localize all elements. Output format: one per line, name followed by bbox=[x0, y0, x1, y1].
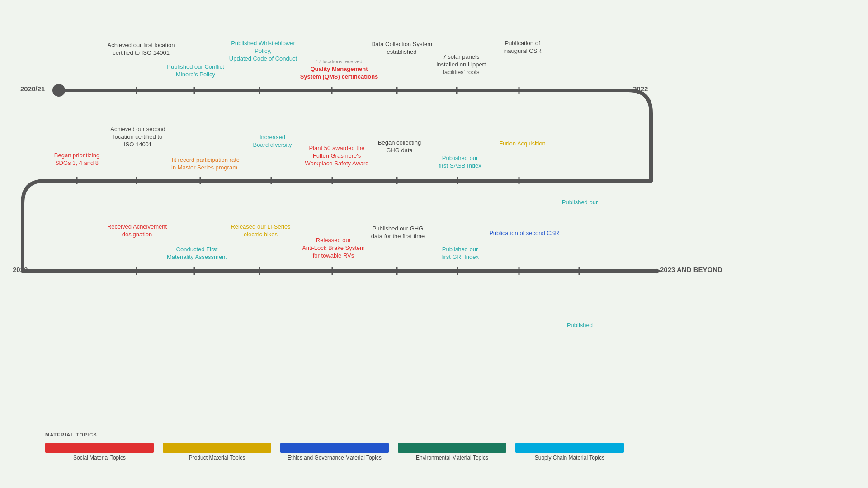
legend-item-product: Product Material Topics bbox=[163, 443, 271, 461]
year-start: 2020/21 bbox=[20, 85, 45, 93]
label-r1a6: 7 solar panelsinstalled on Lippertfacili… bbox=[423, 53, 500, 76]
legend-label-env: Environmental Material Topics bbox=[416, 455, 488, 461]
label-r1b3: Hit record participation ratein Master S… bbox=[161, 156, 247, 172]
legend-label-product: Product Material Topics bbox=[189, 455, 245, 461]
label-r1a2: Published our ConflictMinera's Policy bbox=[163, 63, 228, 79]
label-r2a8: Published bbox=[547, 322, 613, 329]
label-r2a7: Publication of second CSR bbox=[485, 230, 564, 237]
legend-item-env: Environmental Material Topics bbox=[398, 443, 506, 461]
legend-title: MATERIAL TOPICS bbox=[45, 432, 624, 437]
legend-bar-env bbox=[398, 443, 506, 453]
label-r1b6: Began collectingGHG data bbox=[364, 139, 434, 155]
label-r2a3: Released our Li-Serieselectric bikes bbox=[223, 223, 298, 239]
label-r1a7: Publication ofinaugural CSR bbox=[490, 40, 555, 55]
legend-items: Social Material Topics Product Material … bbox=[45, 443, 624, 461]
legend-item-ethics: Ethics and Governance Material Topics bbox=[280, 443, 389, 461]
label-r2a5: Published our GHGdata for the first time bbox=[362, 225, 434, 240]
label-r1a4: 17 locations receivedQuality ManagementS… bbox=[298, 58, 380, 81]
legend-item-social: Social Material Topics bbox=[45, 443, 154, 461]
timeline-container: 2020/21 2022 2022 2023 AND BEYOND Achiev… bbox=[0, 0, 868, 488]
legend: MATERIAL TOPICS Social Material Topics P… bbox=[45, 432, 624, 461]
label-r2a6: Published ourfirst GRI Index bbox=[425, 246, 495, 261]
label-r1b7: Published ourfirst SASB Index bbox=[425, 155, 495, 170]
year-end: 2023 AND BEYOND bbox=[660, 266, 722, 273]
legend-label-supply: Supply Chain Material Topics bbox=[535, 455, 605, 461]
svg-point-4 bbox=[52, 84, 65, 97]
legend-label-social: Social Material Topics bbox=[73, 455, 126, 461]
label-r1b2: Achieved our secondlocation certified to… bbox=[99, 126, 176, 149]
legend-bar-supply bbox=[515, 443, 624, 453]
label-r2a9: Published our bbox=[547, 199, 613, 206]
label-r1b8: Furion Acquisition bbox=[490, 140, 555, 148]
label-r1a1: Achieved our first locationcertified to … bbox=[105, 42, 177, 57]
label-r2a2: Conducted FirstMateriality Assessment bbox=[160, 246, 234, 261]
label-r1a3: Published Whistleblower Policy,Updated C… bbox=[222, 40, 304, 63]
year-2022-right: 2022 bbox=[633, 85, 648, 93]
label-r2a1: Received Acheivementdesignation bbox=[99, 223, 175, 239]
legend-bar-ethics bbox=[280, 443, 389, 453]
label-r2a4: Released ourAnti-Lock Brake Systemfor to… bbox=[296, 237, 371, 260]
year-2022-left: 2022 bbox=[13, 266, 28, 273]
legend-bar-social bbox=[45, 443, 154, 453]
legend-bar-product bbox=[163, 443, 271, 453]
legend-item-supply: Supply Chain Material Topics bbox=[515, 443, 624, 461]
legend-label-ethics: Ethics and Governance Material Topics bbox=[288, 455, 382, 461]
label-r1b4: IncreasedBoard diversity bbox=[240, 134, 305, 149]
label-r1b1: Began prioritizingSDGs 3, 4 and 8 bbox=[41, 152, 113, 167]
